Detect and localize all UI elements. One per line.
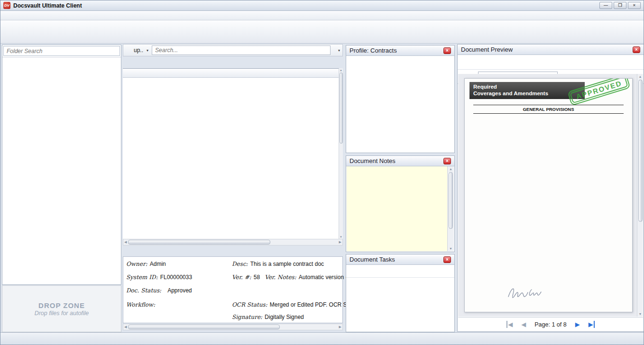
close-icon[interactable]: ×: [443, 256, 451, 263]
version-label: Ver. #:: [232, 274, 251, 281]
minimize-button[interactable]: —: [599, 2, 612, 9]
preview-toggle-button[interactable]: ▾: [147, 48, 148, 53]
preview-page-area: Required Coverages and Amendments APPROV…: [458, 74, 643, 317]
desc-value: This is a sample contract doc: [250, 261, 324, 267]
tasks-toolbar: [346, 265, 454, 278]
drop-zone[interactable]: DROP ZONE Drop files for autofile: [2, 285, 121, 332]
signature-label: Signature:: [232, 314, 262, 320]
document-section-title: GENERAL PROVISIONS: [473, 105, 623, 114]
up-folder-button[interactable]: up..: [132, 47, 143, 54]
close-icon[interactable]: ×: [443, 158, 451, 164]
handwritten-signature: [506, 283, 548, 301]
version-notes-label: Ver. Notes:: [265, 274, 296, 281]
folder-tree: [2, 57, 121, 284]
page-indicator: Page: 1 of 8: [534, 321, 566, 328]
menu-bar: [0, 11, 644, 20]
file-list-hscrollbar[interactable]: ◀▶: [123, 239, 343, 245]
details-hscrollbar[interactable]: ◀▶: [123, 324, 343, 330]
preview-scrollbar[interactable]: ▲▼: [637, 74, 643, 317]
folder-sidebar: [2, 45, 121, 285]
notes-panel-title: Document Notes: [350, 157, 396, 164]
drop-zone-title: DROP ZONE: [38, 301, 85, 309]
file-table: [123, 78, 339, 239]
version-value: 58: [254, 274, 260, 281]
window-title: Docsvault Ultimate Client: [13, 2, 82, 9]
prev-page-button[interactable]: ◀: [521, 321, 526, 328]
preview-panel-header: Document Preview ×: [458, 45, 644, 55]
desc-label: Desc:: [232, 261, 248, 267]
folder-search-input[interactable]: [3, 46, 120, 56]
file-navigation-bar: up.. ▾ ▾: [123, 44, 343, 56]
app-window: DV Docsvault Ultimate Client — ❒ × DROP …: [0, 0, 644, 345]
doc-status-value: Approved: [167, 287, 192, 294]
profile-panel-title: Profile: Contracts: [350, 47, 397, 54]
document-header: Required Coverages and Amendments: [469, 82, 585, 99]
tasks-panel-header: Document Tasks ×: [346, 254, 454, 265]
notes-scrollbar[interactable]: ▲▼: [447, 166, 454, 251]
close-icon[interactable]: ×: [443, 47, 451, 54]
first-page-button[interactable]: ◀: [506, 321, 513, 328]
up-folder-label: up..: [134, 47, 143, 54]
notes-panel-header: Document Notes ×: [346, 156, 454, 166]
close-icon[interactable]: ×: [633, 46, 640, 53]
notes-list: [347, 166, 447, 251]
file-list-vscrollbar[interactable]: ▲▼: [339, 68, 343, 239]
details-panel: Owner:Admin Desc:This is a sample contra…: [123, 256, 343, 323]
preview-panel-title: Document Preview: [461, 46, 513, 53]
window-controls: — ❒ ×: [599, 2, 641, 9]
tasks-panel: Document Tasks ×: [346, 254, 455, 332]
toolbar-overflow-icon[interactable]: ▾: [338, 48, 340, 53]
last-page-button[interactable]: ▶: [589, 321, 595, 328]
document-preview-panel: Document Preview × Find Required Coverag…: [457, 44, 644, 332]
next-page-button[interactable]: ▶: [575, 321, 580, 328]
restore-button[interactable]: ❒: [614, 2, 626, 9]
table-header: [123, 68, 339, 78]
document-page: Required Coverages and Amendments APPROV…: [464, 78, 633, 312]
signature-block: [506, 283, 551, 301]
owner-value: Admin: [150, 261, 166, 267]
notes-panel: Document Notes × ▲▼: [346, 155, 455, 252]
app-logo-icon: DV: [3, 2, 10, 9]
profile-panel: Profile: Contracts ×: [346, 45, 455, 153]
workflow-label: Workflow:: [126, 301, 155, 308]
close-button[interactable]: ×: [628, 2, 641, 9]
owner-label: Owner:: [126, 261, 147, 267]
file-search: [152, 45, 331, 55]
profile-panel-header: Profile: Contracts ×: [346, 45, 454, 56]
status-bar: [0, 332, 644, 345]
signature-value: Digitally Signed: [265, 314, 304, 320]
details-tab-bar: [123, 246, 343, 257]
system-id-value: FL00000033: [160, 274, 192, 281]
folder-search: [2, 45, 121, 57]
ocr-status-label: OCR Status:: [232, 301, 267, 308]
doc-status-label: Doc. Status:: [126, 287, 161, 294]
drop-zone-subtitle: Drop files for autofile: [35, 310, 89, 317]
preview-pager: ◀ ◀ Page: 1 of 8 ▶ ▶: [458, 317, 643, 331]
tasks-panel-title: Document Tasks: [350, 256, 395, 263]
preview-toolbar: [458, 55, 644, 70]
folder-tab-bar: [123, 56, 343, 68]
file-search-input[interactable]: [152, 45, 331, 55]
title-bar: DV Docsvault Ultimate Client — ❒ ×: [0, 0, 644, 11]
system-id-label: System ID:: [126, 274, 158, 281]
main-toolbar: [0, 20, 644, 44]
